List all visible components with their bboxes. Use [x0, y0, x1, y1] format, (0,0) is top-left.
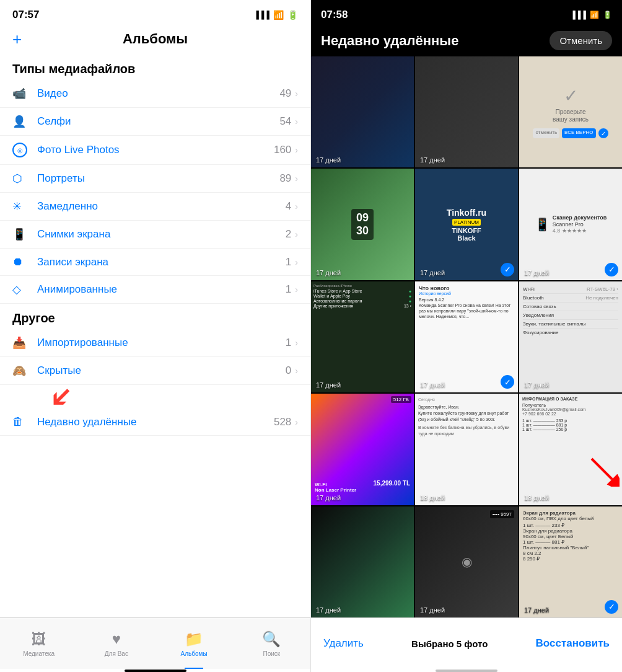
add-album-button[interactable]: +: [12, 30, 22, 49]
photo-days-2: 17 дней: [420, 156, 445, 164]
list-item-screen-recordings[interactable]: ⏺ Записи экрана 1 ›: [0, 249, 310, 276]
search-icon: 🔍: [262, 630, 281, 648]
app-row: 📱 Сканер документов Scanner Pro 4.8 ★★★★…: [535, 214, 607, 234]
photo-cell-7[interactable]: Разблокировка iPhone iTunes Store и App …: [311, 281, 414, 392]
for-you-label: Для Вас: [105, 650, 128, 657]
message-text: Сегодня Здравствуйте, Иван.Купите пожалу…: [418, 397, 515, 437]
recently-deleted-label: Недавно удалённые: [37, 416, 274, 428]
portraits-icon: ⬡: [12, 172, 31, 185]
portraits-chevron: ›: [295, 174, 298, 183]
photo-cell-8[interactable]: Что нового История версий Версия 8.4.2Ко…: [415, 281, 518, 392]
imported-label: Импортированные: [37, 337, 286, 349]
other-header: Другое: [0, 304, 310, 329]
search-label: Поиск: [263, 650, 281, 657]
face-id-icon: ◉: [462, 554, 472, 569]
tab-for-you[interactable]: ♥ Для Вас: [77, 618, 155, 669]
photo-cell-14[interactable]: 17 дней ◉ •••• 9597: [415, 506, 518, 617]
screen-recordings-count: 1: [286, 256, 291, 268]
home-bar-left: [125, 670, 186, 672]
animated-icon: ◇: [12, 283, 31, 296]
settings-items: Wi-FiRT-SW6L-79 › BluetoothНе подключен …: [523, 285, 618, 337]
wifi-icon: 📶: [273, 10, 284, 20]
verify-icon: ✓: [564, 86, 578, 106]
photo-cell-2[interactable]: 17 дней: [415, 56, 518, 167]
selfie-count: 54: [279, 115, 291, 128]
list-item-selfie[interactable]: 👤 Селфи 54 ›: [0, 108, 310, 136]
list-item-slowmo[interactable]: ✳ Замедленно 4 ›: [0, 193, 310, 221]
photo-cell-4[interactable]: 0930 17 дней: [311, 169, 414, 280]
photo-days-15: 17 дней: [524, 606, 549, 614]
recently-deleted-icon: 🗑: [12, 415, 31, 428]
photo-cell-1[interactable]: 17 дней: [311, 56, 414, 167]
video-icon: 📹: [12, 87, 31, 100]
screen-recordings-icon: ⏺: [12, 255, 31, 268]
list-item-hidden[interactable]: 🙈 Скрытые 0 ›: [0, 357, 310, 385]
live-photos-count: 160: [274, 144, 291, 156]
albums-header: + Альбомы: [0, 27, 310, 55]
animated-count: 1: [286, 283, 291, 296]
verify-buttons: отменить ВСЕ ВЕРНО ✓: [533, 128, 608, 138]
status-time-right: 07:58: [321, 9, 348, 21]
photo-cell-12[interactable]: ИНФОРМАЦИЯ О ЗАКАЗЕ Получатель KuznetsKo…: [519, 394, 622, 505]
delete-button[interactable]: Удалить: [323, 637, 364, 650]
photo-days-9: 17 дней: [524, 381, 549, 389]
svg-line-0: [592, 459, 612, 479]
selfie-icon: 👤: [12, 115, 31, 128]
live-photos-chevron: ›: [295, 145, 298, 155]
home-indicator-left: [0, 669, 310, 672]
signal-icon: ▐▐▐: [253, 11, 269, 19]
left-panel: 07:57 ▐▐▐ 📶 🔋 + Альбомы Типы медиафайлов…: [0, 0, 311, 672]
home-indicator-right: [311, 669, 622, 672]
photo-cell-11[interactable]: Сегодня Здравствуйте, Иван.Купите пожалу…: [415, 394, 518, 505]
photo-cell-13[interactable]: 17 дней: [311, 506, 414, 617]
cancel-button[interactable]: Отменить: [550, 31, 612, 50]
list-item-portraits[interactable]: ⬡ Портреты 89 ›: [0, 165, 310, 193]
albums-icon: 📁: [185, 630, 203, 648]
recently-deleted-header: Недавно удалённые Отменить: [311, 27, 622, 56]
battery-icon: 🔋: [287, 10, 298, 20]
photo-cell-5[interactable]: Tinkoff.ru PLATINUM TINKOFFBlack ✓ 17 дн…: [415, 169, 518, 280]
slowmo-chevron: ›: [295, 201, 298, 211]
photo-cell-10[interactable]: 512 ГБ Wi-FiNon Laser Printer 15,299.00 …: [311, 394, 414, 505]
selected-check-15: ✓: [605, 600, 618, 614]
slowmo-count: 4: [286, 200, 291, 213]
tab-active-indicator: [185, 668, 203, 669]
tab-albums[interactable]: 📁 Альбомы: [156, 618, 233, 669]
recently-deleted-title: Недавно удалённые: [321, 33, 458, 49]
screen-recordings-chevron: ›: [295, 257, 298, 267]
list-item-animated[interactable]: ◇ Анимированные 1 ›: [0, 276, 310, 304]
tab-search[interactable]: 🔍 Поиск: [233, 618, 310, 669]
photo-cell-3[interactable]: ✓ Проверьтевашу запись отменить ВСЕ ВЕРН…: [519, 56, 622, 167]
albums-tab-label: Альбомы: [181, 650, 208, 657]
list-item-recently-deleted[interactable]: 🗑 Недавно удалённые 528 ›: [0, 409, 310, 436]
hidden-label: Скрытые: [37, 365, 286, 377]
live-photos-label: Фото Live Photos: [37, 144, 274, 156]
photo-cell-9[interactable]: Wi-FiRT-SW6L-79 › BluetoothНе подключен …: [519, 281, 622, 392]
bottom-tabs: 🖼 Медиатека ♥ Для Вас 📁 Альбомы 🔍 Поиск: [0, 617, 310, 669]
screenshots-count: 2: [286, 228, 291, 241]
status-bar-right: 07:58 ▐▐▐ 📶 🔋: [311, 0, 622, 27]
scanner-pro-label: Что нового: [419, 285, 514, 291]
list-item-video[interactable]: 📹 Видео 49 ›: [0, 80, 310, 108]
list-item-live-photos[interactable]: ◎ Фото Live Photos 160 ›: [0, 136, 310, 165]
status-bar-left: 07:57 ▐▐▐ 📶 🔋: [0, 0, 310, 27]
list-item-imported[interactable]: 📥 Импортированные 1 ›: [0, 329, 310, 357]
photo-grid: 17 дней 17 дней ✓ Проверьтевашу запись о…: [311, 56, 622, 617]
photo-days-10: 17 дней: [316, 494, 341, 502]
verify-text: Проверьтевашу запись: [553, 108, 589, 123]
photo-days-12: 18 дней: [524, 494, 549, 502]
portraits-count: 89: [279, 172, 291, 185]
photo-cell-6[interactable]: 📱 Сканер документов Scanner Pro 4.8 ★★★★…: [519, 169, 622, 280]
video-chevron: ›: [295, 89, 298, 99]
home-bar-right: [436, 670, 497, 672]
portraits-label: Портреты: [37, 172, 279, 185]
bottom-action-bar: Удалить Выбрано 5 фото Восстановить: [311, 617, 622, 669]
photo-cell-15[interactable]: Экран для радиатора 60х60 см, ПВХ для цв…: [519, 506, 622, 617]
screen-recordings-label: Записи экрана: [37, 256, 286, 268]
list-item-screenshots[interactable]: 📱 Снимки экрана 2 ›: [0, 221, 310, 249]
imported-icon: 📥: [12, 336, 31, 350]
hidden-chevron: ›: [295, 366, 298, 376]
hidden-icon: 🙈: [12, 364, 31, 378]
restore-button[interactable]: Восстановить: [536, 637, 610, 650]
tab-mediatek[interactable]: 🖼 Медиатека: [0, 618, 77, 669]
